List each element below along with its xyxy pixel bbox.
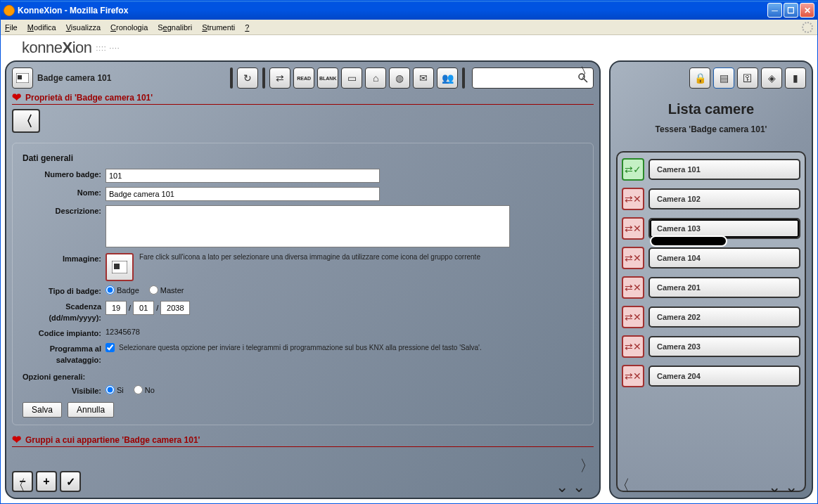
menu-help[interactable]: ? [245, 23, 249, 32]
key-button[interactable]: ⚿ [737, 67, 758, 89]
camera-item[interactable]: ⇄✕Camera 201 [622, 276, 800, 299]
expand-left-icon[interactable]: 〈 [615, 475, 630, 496]
image-selector-button[interactable] [106, 253, 134, 281]
camera-label[interactable]: Camera 204 [648, 366, 800, 387]
save-button[interactable]: Salva [23, 402, 62, 418]
camera-item[interactable]: ⇄✕Camera 102 [622, 188, 800, 210]
sync-ok-icon: ⇄✓ [622, 158, 644, 181]
menu-file[interactable]: File [5, 23, 18, 32]
camera-label[interactable]: Camera 201 [648, 277, 800, 298]
camera-item[interactable]: ⇄✕Camera 204 [622, 365, 800, 387]
numero-label: Numero badge: [23, 169, 106, 180]
tag-button[interactable]: ◈ [761, 67, 782, 89]
main-panel: Badge camera 101 ↻ ⇄ READ BLANK ▭ ⌂ ◍ ✉ … [5, 60, 601, 499]
menu-bookmarks[interactable]: Segnalibri [158, 23, 192, 32]
tipo-badge-radio[interactable]: Badge [106, 285, 139, 295]
descrizione-input[interactable] [106, 205, 510, 247]
nome-input[interactable] [106, 187, 380, 201]
sync-fail-icon: ⇄✕ [622, 365, 644, 387]
visibile-si-radio[interactable]: Si [106, 385, 124, 394]
close-button[interactable]: ✕ [800, 3, 814, 18]
sync-fail-icon: ⇄✕ [622, 247, 644, 269]
blank-button[interactable]: BLANK [317, 67, 338, 89]
menu-tools[interactable]: Strumenti [202, 23, 235, 32]
list-button[interactable]: ▤ [713, 67, 734, 89]
refresh-button[interactable]: ↻ [237, 67, 258, 89]
camera-list: ⇄✓Camera 101⇄✕Camera 102⇄✕Camera 103⇄✕Ca… [616, 151, 806, 492]
search-input[interactable] [477, 74, 577, 82]
confirm-button[interactable]: ✓ [60, 471, 81, 492]
badge-icon [12, 67, 33, 89]
toolbar-divider [230, 67, 233, 89]
side-panel: 🔒 ▤ ⚿ ◈ ▮ Lista camere Tessera 'Badge ca… [609, 60, 813, 499]
sync-fail-icon: ⇄✕ [622, 188, 644, 210]
immagine-label: Immagine: [23, 253, 106, 264]
programma-checkbox[interactable] [106, 343, 115, 352]
camera-label[interactable]: Camera 102 [648, 188, 800, 209]
camera-label[interactable]: Camera 203 [648, 336, 800, 357]
expand-right-icon[interactable]: 〉 [580, 455, 595, 477]
throbber-icon [802, 22, 813, 33]
brand-dots-icon: :::: ···· [96, 44, 120, 52]
right-panel-title: Lista camere [616, 101, 806, 117]
sync-fail-icon: ⇄✕ [622, 335, 644, 358]
sync-fail-icon: ⇄✕ [622, 306, 644, 328]
form-title: Dati generali [23, 153, 583, 163]
camera-label[interactable]: Camera 104 [648, 247, 800, 269]
sync-fail-icon: ⇄✕ [622, 276, 644, 299]
toolbar-divider [462, 67, 465, 89]
menubar: File Modifica Visualizza Cronologia Segn… [1, 20, 817, 35]
read-button[interactable]: READ [293, 67, 314, 89]
home-button[interactable]: ⌂ [365, 67, 386, 89]
nome-label: Nome: [23, 187, 106, 198]
camera-label[interactable]: Camera 202 [648, 306, 800, 328]
scroll-down-icon[interactable]: ⌄⌄ [556, 478, 585, 496]
form-dati-generali: Dati generali Numero badge: Nome: Descri… [12, 143, 594, 425]
immagine-help: Fare click sull'icona a lato per selezio… [139, 253, 480, 261]
lock-button[interactable]: 🔒 [689, 67, 710, 89]
svg-rect-1 [18, 75, 22, 79]
maximize-button[interactable]: ☐ [784, 3, 798, 18]
search-box[interactable] [472, 67, 594, 89]
expand-right-icon[interactable]: 〉 [580, 63, 595, 84]
cancel-button[interactable]: Annulla [68, 402, 114, 418]
codice-value: 12345678 [106, 328, 583, 336]
numero-input[interactable] [106, 169, 380, 183]
svg-rect-5 [114, 264, 120, 269]
camera-label[interactable]: Camera 101 [648, 159, 800, 180]
visibile-no-radio[interactable]: No [134, 385, 155, 394]
globe-button[interactable]: ◍ [389, 67, 410, 89]
opzioni-title: Opzioni generali: [23, 373, 583, 381]
collapse-icon: ❤ [12, 437, 21, 444]
camera-item[interactable]: ⇄✕Camera 104 [622, 247, 800, 269]
tipo-master-radio[interactable]: Master [149, 285, 184, 295]
device-button[interactable]: ▮ [785, 67, 806, 89]
camera-item[interactable]: ⇄✕Camera 103 [622, 217, 800, 240]
programma-label: Programma al salvataggio: [23, 343, 106, 366]
sync-fail-icon: ⇄✕ [622, 217, 644, 240]
codice-label: Codice impianto: [23, 328, 106, 339]
camera-item[interactable]: ⇄✕Camera 203 [622, 335, 800, 358]
mail-button[interactable]: ✉ [413, 67, 434, 89]
section-groups-header[interactable]: ❤ Gruppi a cui appartiene 'Badge camera … [12, 435, 594, 447]
scroll-down-icon[interactable]: ⌄⌄ [768, 478, 798, 496]
minimize-button[interactable]: ─ [767, 3, 782, 18]
scadenza-label: Scadenza (dd/mm/yyyy): [23, 301, 106, 323]
menu-view[interactable]: Visualizza [66, 23, 101, 32]
scadenza-yyyy[interactable] [160, 301, 190, 315]
section-properties-header[interactable]: ❤ Proprietà di 'Badge camera 101' [12, 93, 594, 105]
scadenza-dd[interactable] [106, 301, 127, 315]
firefox-icon [4, 5, 15, 16]
people-button[interactable]: 👥 [437, 67, 458, 89]
camera-item[interactable]: ⇄✕Camera 202 [622, 306, 800, 328]
back-button[interactable]: 〈 [12, 109, 40, 133]
card-button[interactable]: ▭ [341, 67, 362, 89]
expand-left-icon[interactable]: 〈 [11, 475, 26, 496]
programma-help: Selezionare questa opzione per inviare i… [119, 343, 482, 351]
sync-button[interactable]: ⇄ [269, 67, 290, 89]
menu-edit[interactable]: Modifica [27, 23, 56, 32]
camera-item[interactable]: ⇄✓Camera 101 [622, 158, 800, 181]
menu-history[interactable]: Cronologia [110, 23, 148, 32]
scadenza-mm[interactable] [133, 301, 154, 315]
add-button[interactable]: + [36, 471, 57, 492]
